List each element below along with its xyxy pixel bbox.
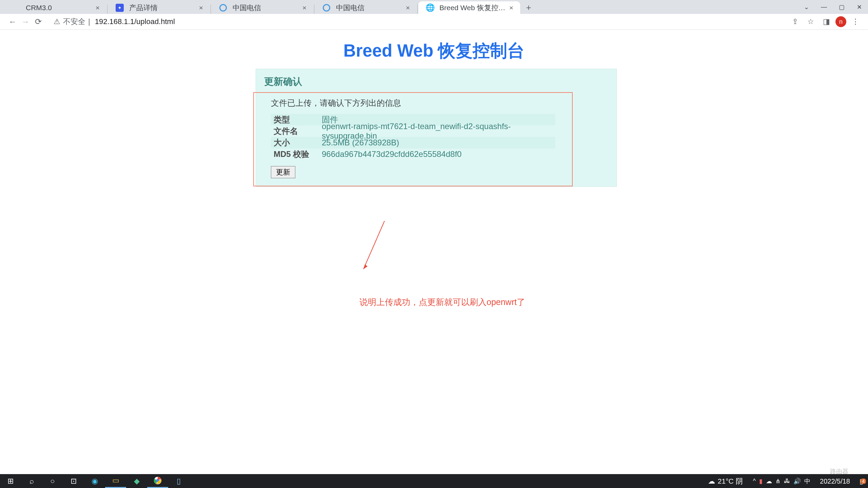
table-row: 大小 25.5MB (26738928B) <box>271 137 555 148</box>
page-content: Breed Web 恢复控制台 更新确认 文件已上传，请确认下方列出的信息 类型… <box>0 30 868 488</box>
chevron-up-icon[interactable]: ^ <box>753 477 756 485</box>
svg-line-0 <box>363 221 384 269</box>
tab-separator <box>107 4 107 14</box>
tray-icon-1[interactable]: ▮ <box>759 477 763 485</box>
close-icon[interactable]: × <box>197 4 205 12</box>
table-row: MD5 校验 966da967b4473d29cfdd62e55584d8f0 <box>271 148 555 160</box>
upload-message: 文件已上传，请确认下方列出的信息 <box>254 93 572 111</box>
update-button[interactable]: 更新 <box>271 166 295 178</box>
favicon-blank-icon <box>12 3 21 13</box>
maximize-button[interactable]: ▢ <box>833 0 850 14</box>
tab-separator <box>211 4 211 14</box>
weather-text: 21°C 阴 <box>718 476 743 486</box>
app-icon-1[interactable]: ◆ <box>126 474 147 488</box>
chrome-icon[interactable] <box>147 474 168 488</box>
search-icon[interactable]: ⌕ <box>21 474 42 488</box>
row-value-md5: 966da967b4473d29cfdd62e55584d8f0 <box>319 149 555 159</box>
browser-tab-bar: CRM3.0 × ✦ 产品详情 × 中国电信 × 中国电信 × 🌐 Breed … <box>0 0 868 14</box>
bookmark-icon[interactable]: ☆ <box>804 15 817 28</box>
notification-badge: 4 <box>861 479 866 484</box>
tab-title: CRM3.0 <box>26 4 94 12</box>
tab-title: 中国电信 <box>233 3 300 13</box>
tab-product[interactable]: ✦ 产品详情 × <box>108 1 210 14</box>
highlight-box: 文件已上传，请确认下方列出的信息 类型 固件 文件名 openwrt-ramip… <box>253 92 573 186</box>
arrow-icon <box>360 219 387 272</box>
side-panel-icon[interactable]: ◨ <box>820 15 833 28</box>
close-icon[interactable]: × <box>94 4 102 12</box>
tab-telecom-2[interactable]: 中国电信 × <box>315 1 417 14</box>
system-tray: ^ ▮ ☁ ⋔ 🖧 🔊 中 <box>748 477 815 485</box>
url-separator: | <box>88 17 90 26</box>
onedrive-icon[interactable]: ☁ <box>766 477 772 485</box>
favicon-blue-icon: ✦ <box>115 3 124 13</box>
back-button[interactable]: ← <box>6 15 19 28</box>
favicon-circle-icon <box>218 3 228 13</box>
row-label-type: 类型 <box>271 114 319 125</box>
tab-crm[interactable]: CRM3.0 × <box>5 1 106 14</box>
ime-indicator[interactable]: 中 <box>804 477 810 485</box>
forward-button[interactable]: → <box>19 15 32 28</box>
url-field[interactable]: ⚠ 不安全 | 192.168.1.1/upload.html <box>49 15 789 28</box>
profile-avatar[interactable]: n <box>835 16 846 27</box>
task-view-icon[interactable]: ⊡ <box>63 474 84 488</box>
security-warning: ⚠ 不安全 | <box>54 17 90 27</box>
info-table: 类型 固件 文件名 openwrt-ramips-mt7621-d-team_n… <box>271 114 555 160</box>
url-text: 192.168.1.1/upload.html <box>95 17 175 26</box>
confirm-panel: 更新确认 文件已上传，请确认下方列出的信息 类型 固件 文件名 openwrt-… <box>256 69 617 187</box>
favicon-circle-icon <box>322 3 331 13</box>
weather-widget[interactable]: ☁ 21°C 阴 <box>703 476 748 486</box>
tab-separator <box>417 4 418 14</box>
warning-icon: ⚠ <box>54 17 60 26</box>
tab-title: 产品详情 <box>129 3 197 13</box>
close-icon[interactable]: × <box>300 4 309 12</box>
row-label-size: 大小 <box>271 137 319 148</box>
row-label-filename: 文件名 <box>271 126 319 137</box>
explorer-icon[interactable]: ▭ <box>105 474 126 488</box>
date-text: 2022/5/18 <box>820 477 850 485</box>
app-icon-2[interactable]: ▯ <box>168 474 189 488</box>
close-icon[interactable]: × <box>507 4 515 12</box>
button-wrap: 更新 <box>254 166 572 186</box>
new-tab-button[interactable]: + <box>520 1 537 14</box>
row-label-md5: MD5 校验 <box>271 149 319 160</box>
cortana-icon[interactable]: ○ <box>42 474 63 488</box>
notification-icon[interactable]: ▯ 4 <box>855 477 868 485</box>
minimize-button[interactable]: — <box>815 0 833 14</box>
page-title: Breed Web 恢复控制台 <box>0 30 868 63</box>
row-value-size: 25.5MB (26738928B) <box>319 138 555 147</box>
tab-breed-web[interactable]: 🌐 Breed Web 恢复控制台 × <box>418 1 520 14</box>
cloud-icon: ☁ <box>708 477 715 485</box>
favicon-globe-icon: 🌐 <box>425 3 435 13</box>
address-bar: ← → ⟳ ⚠ 不安全 | 192.168.1.1/upload.html ⇪ … <box>0 14 868 30</box>
security-label: 不安全 <box>63 17 85 27</box>
tab-title: 中国电信 <box>336 3 404 13</box>
close-icon[interactable]: × <box>404 4 412 12</box>
panel-header: 更新确认 <box>256 69 616 92</box>
tab-telecom-1[interactable]: 中国电信 × <box>212 1 313 14</box>
taskbar: ⊞ ⌕ ○ ⊡ ◉ ▭ ◆ ▯ ☁ 21°C 阴 ^ ▮ ☁ ⋔ 🖧 🔊 中 2… <box>0 474 868 488</box>
clock[interactable]: 2022/5/18 <box>815 477 855 485</box>
start-button[interactable]: ⊞ <box>0 474 21 488</box>
tab-separator <box>314 4 314 14</box>
volume-icon[interactable]: 🔊 <box>793 477 801 485</box>
share-icon[interactable]: ⇪ <box>789 15 802 28</box>
edge-icon[interactable]: ◉ <box>84 474 105 488</box>
caret-down-icon[interactable]: ⌄ <box>797 0 815 14</box>
tab-title: Breed Web 恢复控制台 <box>439 3 507 13</box>
menu-icon[interactable]: ⋮ <box>849 15 862 28</box>
reload-button[interactable]: ⟳ <box>32 15 45 28</box>
annotation-text: 说明上传成功，点更新就可以刷入openwrt了 <box>359 297 525 308</box>
window-controls: ⌄ — ▢ ✕ <box>797 0 868 14</box>
svg-marker-1 <box>363 264 368 269</box>
close-window-button[interactable]: ✕ <box>850 0 868 14</box>
toolbar-right: ⇪ ☆ ◨ n ⋮ <box>789 15 862 28</box>
wifi-icon[interactable]: ⋔ <box>775 477 781 485</box>
network-icon[interactable]: 🖧 <box>784 477 790 485</box>
table-row: 文件名 openwrt-ramips-mt7621-d-team_newifi-… <box>271 125 555 137</box>
